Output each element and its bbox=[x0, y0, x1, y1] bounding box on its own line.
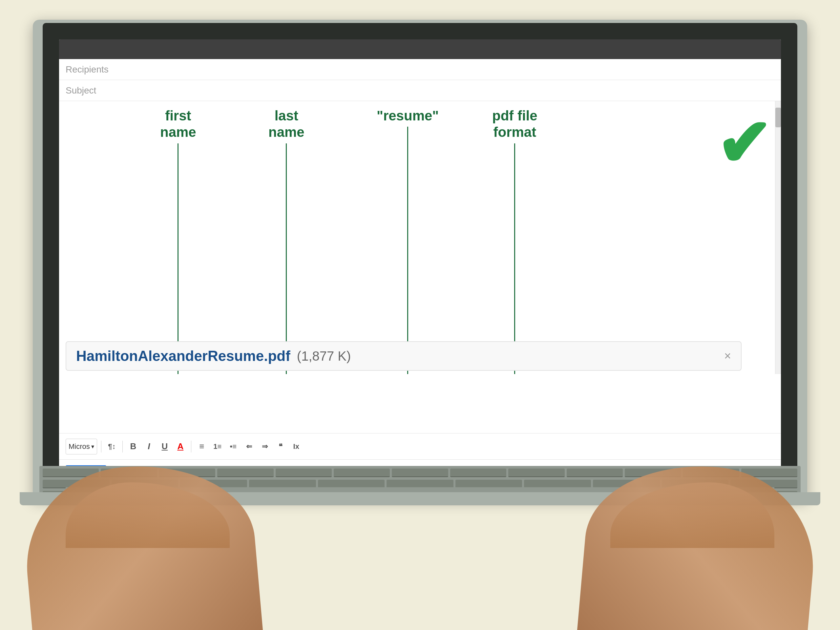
annotations-area: firstname lastname "resume" bbox=[59, 107, 781, 374]
annotation-last-name: lastname bbox=[268, 107, 305, 374]
recipients-field[interactable]: Recipients bbox=[59, 59, 781, 80]
attachment-area: HamiltonAlexanderResume.pdf (1,877 K) × bbox=[66, 341, 742, 371]
annotation-last-name-text: lastname bbox=[268, 107, 305, 141]
checkmark-icon: ✔ bbox=[716, 111, 771, 177]
scrollbar[interactable] bbox=[775, 101, 781, 374]
hands-area bbox=[0, 400, 840, 630]
attachment-close-button[interactable]: × bbox=[724, 349, 731, 363]
recipients-label: Recipients bbox=[66, 64, 109, 75]
attachment-size: (1,877 K) bbox=[297, 349, 351, 363]
annotation-pdf-format-text: pdf fileformat bbox=[492, 107, 537, 141]
annotation-first-name-text: firstname bbox=[160, 107, 196, 141]
attachment-box: HamiltonAlexanderResume.pdf (1,877 K) × bbox=[66, 341, 742, 371]
annotation-resume-text: "resume" bbox=[377, 107, 439, 124]
annotation-resume: "resume" bbox=[377, 107, 439, 374]
annotation-last-name-line bbox=[286, 144, 287, 374]
annotation-pdf-format-line bbox=[514, 144, 515, 374]
annotation-first-name-line bbox=[177, 144, 178, 374]
annotation-pdf-format: pdf fileformat bbox=[492, 107, 537, 374]
subject-field[interactable]: Subject bbox=[59, 80, 781, 101]
scene: Recipients Subject bbox=[0, 0, 840, 630]
annotation-resume-line bbox=[407, 127, 408, 374]
subject-label: Subject bbox=[66, 85, 96, 96]
compose-body: firstname lastname "resume" bbox=[59, 101, 781, 433]
annotation-first-name: firstname bbox=[160, 107, 196, 374]
attachment-filename: HamiltonAlexanderResume.pdf bbox=[76, 348, 291, 364]
compose-header-bar bbox=[59, 39, 781, 59]
scrollbar-thumb[interactable] bbox=[775, 107, 781, 127]
